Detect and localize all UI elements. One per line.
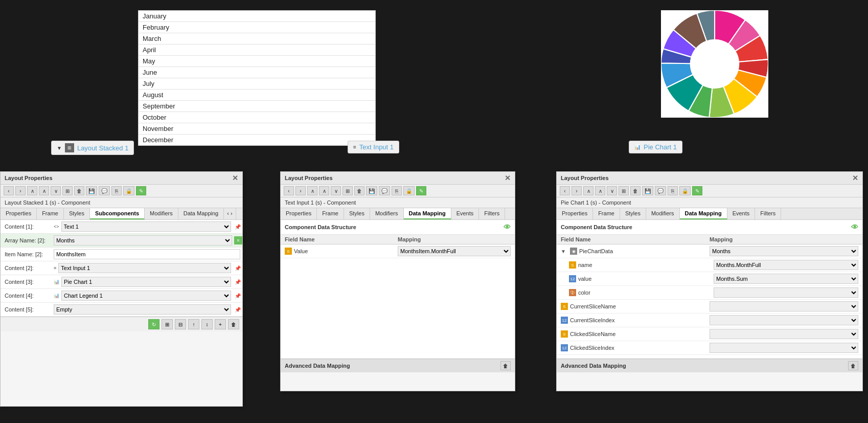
right-toolbar-delete[interactable]: 🗑 <box>630 186 641 195</box>
text-input-label[interactable]: ≡ Text Input 1 <box>348 141 399 153</box>
right-toolbar-back[interactable]: ‹ <box>560 186 570 195</box>
right-toolbar-up2[interactable]: ∧ <box>595 186 605 195</box>
advanced-footer-btn[interactable]: 🗑 <box>500 361 511 370</box>
mid-tab-properties[interactable]: Properties <box>281 208 317 219</box>
right-tab-properties[interactable]: Properties <box>557 208 593 219</box>
mid-tab-data-mapping[interactable]: Data Mapping <box>404 208 451 219</box>
toolbar-columns[interactable]: ⊞ <box>62 186 73 195</box>
footer-move[interactable]: ↕ <box>201 319 213 329</box>
footer-refresh[interactable]: ↻ <box>148 319 159 329</box>
footer-delete[interactable]: 🗑 <box>228 319 239 329</box>
tab-styles[interactable]: Styles <box>64 208 90 219</box>
toolbar-up2[interactable]: ∧ <box>39 186 49 195</box>
toolbar-lock[interactable]: 🔒 <box>123 186 134 195</box>
right-toolbar-green[interactable]: ✎ <box>692 186 702 195</box>
array-name-select[interactable]: Months <box>54 235 232 246</box>
right-toolbar-forward[interactable]: › <box>572 186 582 195</box>
pin-btn-5[interactable]: 📌 <box>233 305 242 314</box>
right-tab-data-mapping[interactable]: Data Mapping <box>680 208 727 219</box>
content5-select[interactable]: Empty <box>54 304 231 315</box>
mid-toolbar-comment[interactable]: 💬 <box>379 186 390 195</box>
right-toolbar-save[interactable]: 💾 <box>642 186 653 195</box>
mid-toolbar-up2[interactable]: ∧ <box>319 186 329 195</box>
content4-select[interactable]: Chart Legend 1 <box>61 291 231 301</box>
footer-collapse-all[interactable]: ⊟ <box>175 319 186 329</box>
layout-stacked-link[interactable]: Layout Stacked 1 <box>77 144 128 152</box>
footer-upload[interactable]: ↑ <box>188 319 199 329</box>
right-tab-filters[interactable]: Filters <box>755 208 781 219</box>
right-toolbar-down[interactable]: ∨ <box>607 186 617 195</box>
mid-tab-filters[interactable]: Filters <box>479 208 505 219</box>
right-panel-close[interactable]: ✕ <box>852 174 858 182</box>
mid-toolbar-down[interactable]: ∨ <box>331 186 341 195</box>
piechartdata-mapping-select[interactable]: Months <box>710 246 858 256</box>
tab-frame[interactable]: Frame <box>37 208 64 219</box>
toolbar-save[interactable]: 💾 <box>86 186 97 195</box>
right-tab-events[interactable]: Events <box>727 208 756 219</box>
content2-select[interactable]: Text Input 1 <box>58 263 231 273</box>
pin-btn-4[interactable]: 📌 <box>233 291 242 300</box>
currentslicename-mapping-select[interactable] <box>710 301 858 311</box>
mid-toolbar-lock[interactable]: 🔒 <box>403 186 415 195</box>
piechartdata-toggle[interactable]: ▼ <box>561 249 568 254</box>
clickedsliceindex-mapping-select[interactable] <box>710 343 858 353</box>
toolbar-forward[interactable]: › <box>15 186 26 195</box>
pie-chart-link[interactable]: Pie Chart 1 <box>644 143 677 151</box>
toolbar-green[interactable]: ✎ <box>136 186 146 195</box>
right-toolbar-columns[interactable]: ⊞ <box>619 186 629 195</box>
mid-tab-events[interactable]: Events <box>451 208 479 219</box>
toolbar-back[interactable]: ‹ <box>4 186 14 195</box>
layout-stacked-label[interactable]: ▼ ⊞ Layout Stacked 1 <box>51 141 134 155</box>
item-name-input[interactable] <box>54 249 240 259</box>
mid-tab-frame[interactable]: Frame <box>317 208 344 219</box>
mid-tab-modifiers[interactable]: Modifiers <box>370 208 404 219</box>
mid-toolbar-columns[interactable]: ⊞ <box>342 186 353 195</box>
clickedslicename-mapping-select[interactable] <box>710 329 858 339</box>
left-panel-close[interactable]: ✕ <box>232 174 238 182</box>
mid-toolbar-green[interactable]: ✎ <box>416 186 426 195</box>
mid-tab-styles[interactable]: Styles <box>344 208 370 219</box>
mid-toolbar-back[interactable]: ‹ <box>284 186 294 195</box>
footer-add[interactable]: + <box>215 319 226 329</box>
right-advanced-footer-btn[interactable]: 🗑 <box>848 361 858 370</box>
tab-properties[interactable]: Properties <box>1 208 37 219</box>
array-green-btn[interactable]: ≡ <box>234 236 242 244</box>
tab-more[interactable]: ‹ › <box>224 208 236 219</box>
pin-btn-1[interactable]: 📌 <box>233 222 242 231</box>
right-tab-styles[interactable]: Styles <box>620 208 646 219</box>
pin-btn-3[interactable]: 📌 <box>233 277 242 286</box>
eye-icon[interactable]: 👁 <box>504 223 511 231</box>
color-mapping-select[interactable] <box>714 287 858 298</box>
mid-toolbar-up1[interactable]: ∧ <box>307 186 317 195</box>
right-toolbar-comment[interactable]: 💬 <box>655 186 666 195</box>
toolbar-comment[interactable]: 💬 <box>99 186 110 195</box>
middle-panel-close[interactable]: ✕ <box>505 174 511 182</box>
content3-select[interactable]: Pie Chart 1 <box>61 277 231 287</box>
pin-btn-2[interactable]: 📌 <box>233 263 242 273</box>
right-eye-icon[interactable]: 👁 <box>851 223 858 231</box>
right-tab-modifiers[interactable]: Modifiers <box>646 208 680 219</box>
right-toolbar-copy[interactable]: ⎘ <box>668 186 678 195</box>
mid-toolbar-save[interactable]: 💾 <box>366 186 377 195</box>
pie-chart-label[interactable]: 📊 Pie Chart 1 <box>629 141 682 153</box>
name-mapping-select[interactable]: Months.MonthFull <box>714 260 858 270</box>
toolbar-down[interactable]: ∨ <box>51 186 61 195</box>
right-toolbar-up1[interactable]: ∧ <box>583 186 593 195</box>
toolbar-delete[interactable]: 🗑 <box>74 186 84 195</box>
mid-toolbar-copy[interactable]: ⎘ <box>392 186 402 195</box>
tab-subcomponents[interactable]: Subcomponents <box>90 208 145 219</box>
tab-modifiers[interactable]: Modifiers <box>145 208 178 219</box>
toolbar-copy[interactable]: ⎘ <box>111 186 122 195</box>
right-tab-frame[interactable]: Frame <box>593 208 620 219</box>
right-toolbar-lock[interactable]: 🔒 <box>679 186 691 195</box>
mid-toolbar-delete[interactable]: 🗑 <box>354 186 364 195</box>
content1-select[interactable]: Text 1 <box>61 221 231 232</box>
toolbar-up1[interactable]: ∧ <box>27 186 37 195</box>
text-input-link[interactable]: Text Input 1 <box>359 143 394 151</box>
currentsliceindex-mapping-select[interactable] <box>710 315 858 325</box>
tab-data-mapping[interactable]: Data Mapping <box>178 208 224 219</box>
footer-expand-all[interactable]: ⊞ <box>162 319 173 329</box>
value-mapping-select[interactable]: MonthsItem.MonthFull <box>398 246 511 256</box>
mid-toolbar-forward[interactable]: › <box>295 186 306 195</box>
value-mapping-select2[interactable]: Months.Sum <box>714 274 858 284</box>
